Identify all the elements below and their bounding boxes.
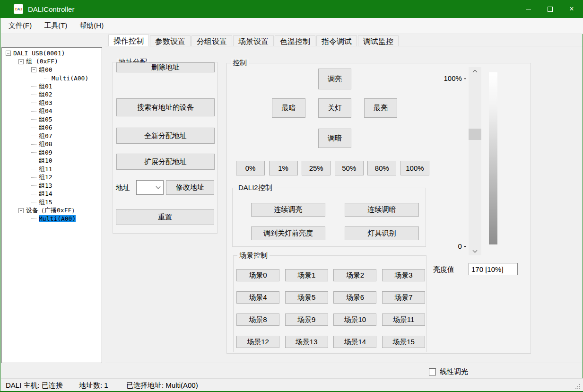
collapse-icon[interactable] — [31, 67, 36, 72]
tree-connector — [31, 218, 36, 219]
scroll-up-button[interactable] — [469, 67, 481, 75]
scene-button-6[interactable]: 场景6 — [333, 291, 376, 304]
collapse-icon[interactable] — [6, 51, 11, 56]
menu-item-0[interactable]: 文件(F) — [2, 18, 38, 33]
close-button[interactable]: × — [561, 0, 583, 18]
tab-0[interactable]: 操作控制 — [108, 35, 149, 46]
minimize-button[interactable] — [517, 0, 539, 18]
tree-item-label: 组14 — [39, 190, 52, 198]
maximize-button[interactable] — [539, 0, 561, 18]
tree-item[interactable]: 组03 — [2, 99, 102, 107]
scroll-down-button[interactable] — [469, 247, 481, 255]
scene-button-8[interactable]: 场景8 — [236, 314, 279, 326]
checkbox-icon[interactable] — [429, 368, 436, 375]
tree-item[interactable]: 组 (0xFF) — [2, 58, 102, 66]
scene-button-10[interactable]: 场景10 — [333, 314, 376, 326]
address-label: 地址 — [116, 183, 130, 192]
percent-button-0[interactable]: 0% — [236, 161, 265, 175]
scene-button-9[interactable]: 场景9 — [285, 314, 328, 326]
scene-button-2[interactable]: 场景2 — [333, 269, 376, 281]
dali2-button-0[interactable]: 连续调亮 — [251, 203, 325, 217]
scene-button-15[interactable]: 场景15 — [382, 336, 425, 348]
chevron-down-icon — [473, 248, 478, 253]
reset-button[interactable]: 重置 — [116, 209, 214, 225]
scene-button-0[interactable]: 场景0 — [236, 269, 279, 281]
address-button-3[interactable]: 删除地址 — [116, 62, 215, 72]
dali2-button-2[interactable]: 调到关灯前亮度 — [251, 226, 325, 240]
scene-button-3[interactable]: 场景3 — [382, 269, 425, 281]
dim-up-button[interactable]: 调亮 — [318, 69, 351, 89]
tree-item[interactable]: 组09 — [2, 148, 102, 157]
tree-item[interactable]: 组12 — [2, 174, 102, 182]
tree-item[interactable]: 组00 — [2, 66, 102, 74]
tree-item[interactable]: 组04 — [2, 107, 102, 116]
percent-button-3[interactable]: 50% — [335, 161, 364, 175]
scene-button-4[interactable]: 场景4 — [236, 291, 279, 304]
scene-button-7[interactable]: 场景7 — [382, 291, 425, 304]
tree-connector — [31, 202, 36, 202]
scene-group: 场景控制 场景0场景1场景2场景3场景4场景5场景6场景7场景8场景9场景10场… — [233, 255, 426, 352]
resize-grip-icon[interactable] — [579, 388, 580, 389]
brightness-value-field[interactable]: 170 [10%] — [469, 263, 518, 275]
address-button-2[interactable]: 扩展分配地址 — [116, 154, 215, 170]
light-off-button[interactable]: 关灯 — [318, 98, 351, 118]
tree-item-label: 组05 — [39, 115, 52, 124]
dali2-group: DALI2控制 连续调亮连续调暗调到关灯前亮度灯具识别 — [232, 188, 426, 247]
scene-button-1[interactable]: 场景1 — [285, 269, 328, 281]
scene-button-5[interactable]: 场景5 — [285, 291, 328, 304]
tree-item[interactable]: 组08 — [2, 140, 102, 149]
tree-item[interactable]: 组02 — [2, 91, 102, 99]
tree-item[interactable]: 组11 — [2, 165, 102, 174]
collapse-icon[interactable] — [18, 208, 24, 213]
tab-3[interactable]: 场景设置 — [233, 35, 274, 46]
darkest-button[interactable]: 最暗 — [272, 98, 305, 118]
tree-connector — [44, 78, 49, 78]
scene-button-11[interactable]: 场景11 — [382, 314, 425, 326]
dim-down-button[interactable]: 调暗 — [318, 129, 351, 148]
tab-4[interactable]: 色温控制 — [275, 35, 315, 46]
collapse-icon[interactable] — [18, 59, 24, 64]
tree-item[interactable]: 组01 — [2, 82, 102, 91]
tree-connector — [31, 144, 36, 145]
tree-item[interactable]: 组13 — [2, 182, 102, 190]
scene-button-14[interactable]: 场景14 — [333, 336, 376, 348]
scene-button-12[interactable]: 场景12 — [236, 336, 279, 348]
dali2-button-3[interactable]: 灯具识别 — [345, 226, 419, 240]
tree-item[interactable]: 设备（广播0xFF） — [2, 207, 102, 215]
tree-item[interactable]: 组14 — [2, 190, 102, 199]
address-group: 地址分配 搜索有地址的设备全新分配地址扩展分配地址删除地址 — [113, 62, 218, 234]
tab-6[interactable]: 调试监控 — [358, 35, 399, 46]
address-button-1[interactable]: 全新分配地址 — [116, 128, 215, 144]
tree-item[interactable]: 组05 — [2, 115, 102, 124]
brightness-scrollbar[interactable] — [469, 67, 481, 255]
tree-item[interactable]: DALI USB(0001) — [2, 49, 102, 58]
scene-button-13[interactable]: 场景13 — [285, 336, 328, 348]
linear-dim-checkbox[interactable]: 线性调光 — [429, 367, 468, 376]
tree-item[interactable]: Multi(A00) — [2, 215, 102, 223]
address-button-0[interactable]: 搜索有地址的设备 — [116, 98, 215, 116]
brightest-button[interactable]: 最亮 — [364, 98, 397, 118]
tree-item[interactable]: Multi(A00) — [2, 74, 102, 83]
percent-button-2[interactable]: 25% — [302, 161, 331, 175]
tab-5[interactable]: 指令调试 — [316, 35, 357, 46]
menu-item-2[interactable]: 帮助(H) — [73, 18, 110, 33]
tree-item[interactable]: 组10 — [2, 157, 102, 166]
tree-item[interactable]: 组06 — [2, 124, 102, 132]
tab-1[interactable]: 参数设置 — [150, 35, 191, 46]
tree-item-label: 组01 — [39, 82, 52, 91]
dali2-group-title: DALI2控制 — [236, 183, 274, 192]
menu-item-1[interactable]: 工具(T) — [38, 18, 73, 33]
address-combobox[interactable] — [136, 180, 164, 195]
tree-item[interactable]: 组15 — [2, 198, 102, 207]
tree-item[interactable]: 组07 — [2, 132, 102, 140]
percent-button-5[interactable]: 100% — [400, 161, 429, 175]
device-tree[interactable]: DALI USB(0001)组 (0xFF)组00Multi(A00)组01组0… — [1, 47, 102, 363]
tree-connector — [31, 185, 36, 186]
dali2-button-1[interactable]: 连续调暗 — [345, 203, 419, 217]
tree-item-label: 组03 — [39, 99, 52, 107]
scrollbar-thumb[interactable] — [469, 129, 481, 140]
percent-button-1[interactable]: 1% — [269, 161, 298, 175]
percent-button-4[interactable]: 80% — [367, 161, 396, 175]
tab-2[interactable]: 分组设置 — [191, 35, 232, 46]
modify-address-button[interactable]: 修改地址 — [166, 180, 214, 195]
